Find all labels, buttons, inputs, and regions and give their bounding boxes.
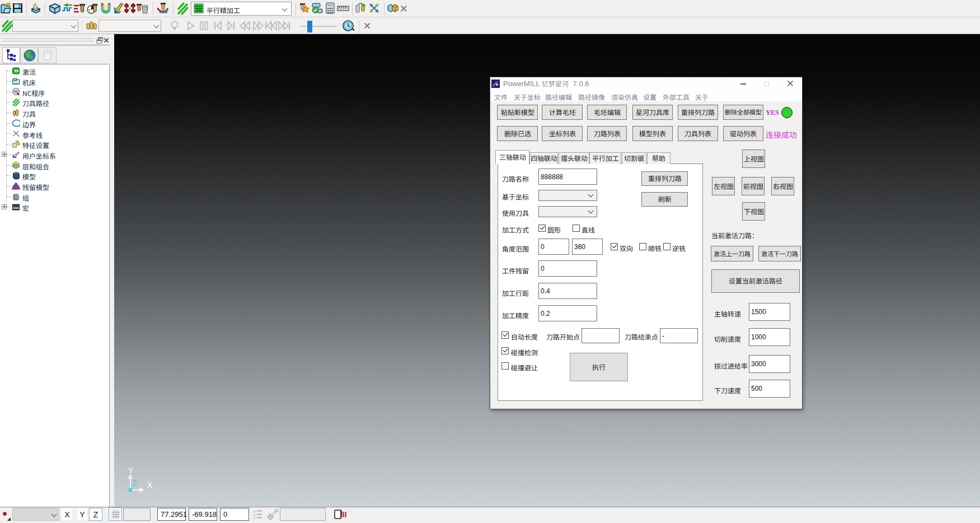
svg-text:z: z: [254, 516, 255, 520]
svg-text:Y: Y: [128, 466, 134, 475]
svg-text:X: X: [147, 480, 153, 489]
svg-text:Z: Z: [132, 479, 137, 488]
